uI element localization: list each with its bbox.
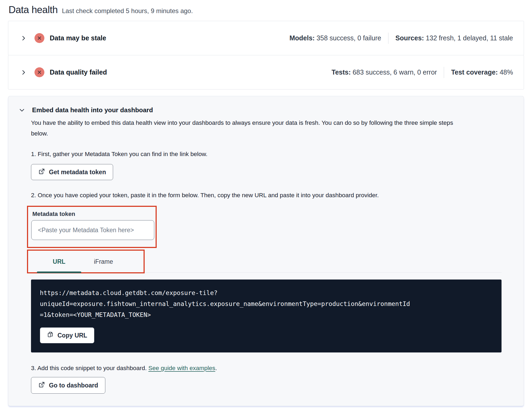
test-coverage-stat: Test coverage: 48% xyxy=(451,68,513,76)
panel-title: Data may be stale xyxy=(50,34,106,42)
external-link-icon xyxy=(38,168,45,176)
go-to-dashboard-label: Go to dashboard xyxy=(49,382,98,389)
step-3-prefix: 3. Add this code snippet to your dashboa… xyxy=(31,365,148,371)
step-1-text: 1. First, gather your Metadata Token you… xyxy=(31,151,509,158)
code-line: =1&token=<YOUR_METADATA_TOKEN> xyxy=(40,309,494,320)
tests-stat: Tests: 683 success, 6 warn, 0 error xyxy=(331,68,437,76)
embed-section-header: Embed data health into your dashboard xyxy=(18,106,509,114)
error-status-icon xyxy=(34,33,44,43)
last-check-status: Last check completed 5 hours, 9 minutes … xyxy=(62,7,193,15)
page-header: Data health Last check completed 5 hours… xyxy=(9,4,524,15)
embed-description: You have the ability to embed this data … xyxy=(31,118,459,139)
annotation-box-token-field: Metadata token xyxy=(27,206,157,248)
output-format-tab-area: URL iFrame xyxy=(31,251,509,273)
panel-stats: Tests: 683 success, 6 warn, 0 error Test… xyxy=(331,67,513,78)
go-to-dashboard-button[interactable]: Go to dashboard xyxy=(31,377,105,394)
models-stat: Models: 358 success, 0 failure xyxy=(290,34,381,42)
embed-url-code-block: https://metadata.cloud.getdbt.com/exposu… xyxy=(31,280,502,352)
output-format-tabs: URL iFrame xyxy=(31,251,502,273)
panel-data-may-be-stale: Data may be stale Models: 358 success, 0… xyxy=(8,21,524,55)
metadata-token-input[interactable] xyxy=(31,220,154,240)
stat-divider xyxy=(444,67,444,78)
data-health-page: Data health Last check completed 5 hours… xyxy=(0,0,532,406)
step-3-suffix: . xyxy=(215,365,217,371)
copy-url-button[interactable]: Copy URL xyxy=(40,327,94,343)
external-link-icon xyxy=(38,381,45,390)
panel-stats: Models: 358 success, 0 failure Sources: … xyxy=(290,33,513,44)
copy-icon xyxy=(47,331,53,339)
sources-stat: Sources: 132 fresh, 1 delayed, 11 stale xyxy=(395,34,513,42)
panel-title: Data quality failed xyxy=(50,68,107,76)
metadata-token-label: Metadata token xyxy=(32,211,156,218)
error-status-icon xyxy=(34,67,44,77)
chevron-right-icon[interactable] xyxy=(20,35,27,42)
code-line: https://metadata.cloud.getdbt.com/exposu… xyxy=(40,288,494,298)
see-guide-link[interactable]: See guide with examples xyxy=(148,365,215,371)
chevron-down-icon[interactable] xyxy=(18,107,25,114)
tab-url[interactable]: URL xyxy=(37,251,81,272)
stat-divider xyxy=(388,33,388,44)
embed-section: Embed data health into your dashboard Yo… xyxy=(8,96,524,406)
copy-url-label: Copy URL xyxy=(57,332,87,339)
step-2-text: 2. Once you have copied your token, past… xyxy=(31,192,509,199)
chevron-right-icon[interactable] xyxy=(20,69,27,76)
panel-data-quality-failed: Data quality failed Tests: 683 success, … xyxy=(8,55,524,90)
page-title: Data health xyxy=(9,4,58,15)
embed-section-body: You have the ability to embed this data … xyxy=(31,118,509,394)
get-metadata-token-label: Get metadata token xyxy=(49,169,106,176)
get-metadata-token-button[interactable]: Get metadata token xyxy=(31,164,113,180)
tab-iframe[interactable]: iFrame xyxy=(81,251,126,272)
code-line: uniqueId=exposure.fishtown_internal_anal… xyxy=(40,298,494,309)
step-3-text: 3. Add this code snippet to your dashboa… xyxy=(31,365,509,372)
embed-section-title: Embed data health into your dashboard xyxy=(32,106,153,114)
